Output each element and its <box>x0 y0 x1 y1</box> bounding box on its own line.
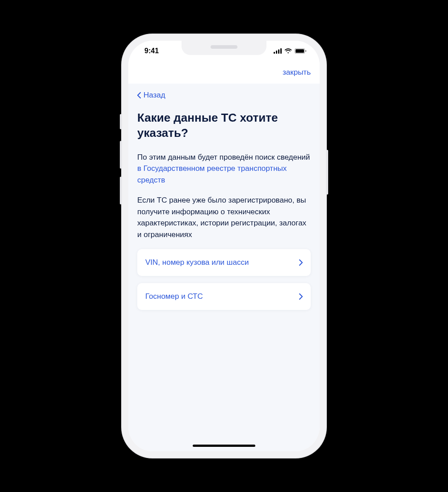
back-label: Назад <box>144 91 165 100</box>
intro-paragraph-1: По этим данным будет проведён поиск свед… <box>137 152 311 186</box>
top-bar: закрыть <box>128 61 320 84</box>
svg-rect-6 <box>305 50 306 52</box>
notch <box>182 41 266 55</box>
content-area: Назад Какие данные ТС хотите указать? По… <box>128 84 320 451</box>
wifi-icon <box>284 48 292 54</box>
intro-text-prefix: По этим данным будет проведён поиск свед… <box>137 153 310 161</box>
svg-rect-2 <box>278 50 279 54</box>
cellular-icon <box>274 48 282 54</box>
chevron-left-icon <box>137 92 141 98</box>
mute-switch <box>120 114 122 129</box>
status-time: 9:41 <box>144 47 159 55</box>
back-button[interactable]: Назад <box>137 91 165 100</box>
registry-link[interactable]: в Государственном реестре транспортных с… <box>137 164 287 184</box>
chevron-right-icon <box>299 259 303 266</box>
svg-rect-5 <box>296 49 304 53</box>
chevron-right-icon <box>299 293 303 300</box>
option-gosnomer-label: Госномер и СТС <box>145 292 203 301</box>
option-gosnomer[interactable]: Госномер и СТС <box>137 283 311 310</box>
status-indicators <box>274 48 306 54</box>
svg-rect-0 <box>274 52 275 54</box>
volume-down-button <box>120 177 122 204</box>
option-vin-label: VIN, номер кузова или шасси <box>145 258 249 267</box>
page-title: Какие данные ТС хотите указать? <box>137 110 311 141</box>
svg-rect-1 <box>276 51 277 54</box>
power-button <box>326 150 328 195</box>
svg-rect-3 <box>280 48 282 54</box>
close-button[interactable]: закрыть <box>283 68 311 77</box>
battery-icon <box>295 48 306 54</box>
phone-frame: 9:41 <box>121 34 327 458</box>
option-vin[interactable]: VIN, номер кузова или шасси <box>137 249 311 276</box>
home-indicator <box>193 445 255 447</box>
screen: 9:41 <box>128 41 320 451</box>
intro-paragraph-2: Если ТС ранее уже было зарегистрировано,… <box>137 195 311 240</box>
volume-up-button <box>120 141 122 169</box>
